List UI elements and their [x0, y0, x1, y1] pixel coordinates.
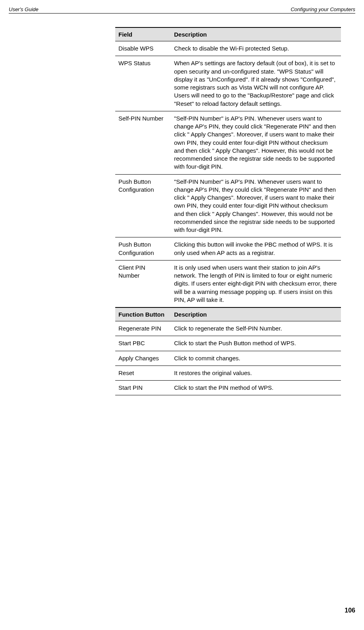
- desc-cell: It is only used when users want their st…: [171, 260, 341, 307]
- table-row: Push Button Configuration Clicking this …: [115, 237, 341, 261]
- header-left-text: User's Guide: [9, 6, 39, 12]
- table-header-function-button: Function Button: [115, 307, 171, 321]
- table-row: Push Button Configuration "Self-PIN Numb…: [115, 174, 341, 237]
- table-row: Reset It restores the original values.: [115, 366, 341, 380]
- field-cell: Reset: [115, 366, 171, 380]
- table-row: Apply Changes Click to commit changes.: [115, 351, 341, 366]
- table-row: Client PIN Number It is only used when u…: [115, 260, 341, 307]
- table-header-field: Field: [115, 27, 171, 41]
- field-cell: Push Button Configuration: [115, 237, 171, 261]
- desc-cell: Click to commit changes.: [171, 351, 341, 366]
- desc-cell: Check to disable the Wi-Fi protected Set…: [171, 41, 341, 56]
- table-row: Start PBC Click to start the Push Button…: [115, 336, 341, 351]
- desc-cell: Click to regenerate the Self-PIN Number.: [171, 321, 341, 336]
- header-right-text: Configuring your Computers: [290, 6, 355, 12]
- fields-table: Field Description Disable WPS Check to d…: [115, 27, 341, 395]
- table-row: Regenerate PIN Click to regenerate the S…: [115, 321, 341, 336]
- field-cell: Regenerate PIN: [115, 321, 171, 336]
- table-header-description: Description: [171, 307, 341, 321]
- field-cell: Apply Changes: [115, 351, 171, 366]
- field-cell: Self-PIN Number: [115, 111, 171, 174]
- table-row: Start PIN Click to start the PIN method …: [115, 381, 341, 395]
- field-cell: Disable WPS: [115, 41, 171, 56]
- field-cell: Start PIN: [115, 381, 171, 395]
- desc-cell: "Self-PIN Number" is AP's PIN. Whenever …: [171, 111, 341, 174]
- desc-cell: Click to start the Push Button method of…: [171, 336, 341, 351]
- table-header-row: Field Description: [115, 27, 341, 41]
- table-header-description: Description: [171, 27, 341, 41]
- desc-cell: "Self-PIN Number" is AP's PIN. Whenever …: [171, 174, 341, 237]
- table-row: Self-PIN Number "Self-PIN Number" is AP'…: [115, 111, 341, 174]
- table-header-row: Function Button Description: [115, 307, 341, 321]
- desc-cell: Click to start the PIN method of WPS.: [171, 381, 341, 395]
- field-cell: Start PBC: [115, 336, 171, 351]
- desc-cell: Clicking this button will invoke the PBC…: [171, 237, 341, 261]
- desc-cell: It restores the original values.: [171, 366, 341, 380]
- table-row: WPS Status When AP's settings are factor…: [115, 56, 341, 111]
- field-cell: WPS Status: [115, 56, 171, 111]
- field-cell: Client PIN Number: [115, 260, 171, 307]
- table-row: Disable WPS Check to disable the Wi-Fi p…: [115, 41, 341, 56]
- content-area: Field Description Disable WPS Check to d…: [115, 27, 341, 395]
- field-cell: Push Button Configuration: [115, 174, 171, 237]
- page-number: 106: [345, 607, 355, 614]
- page-header: User's Guide Configuring your Computers: [9, 6, 355, 14]
- desc-cell: When AP's settings are factory default (…: [171, 56, 341, 111]
